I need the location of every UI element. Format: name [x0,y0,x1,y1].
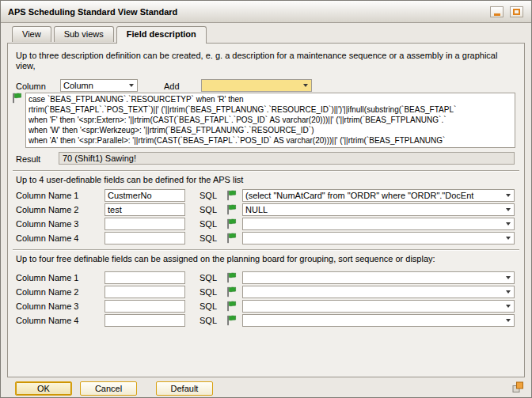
chevron-down-icon [506,208,511,211]
pb-column-name-2-input[interactable] [104,286,185,298]
minimize-button[interactable] [490,6,504,17]
chevron-down-icon [129,84,134,87]
aps-column-name-4-label: Column Name 4 [16,233,78,243]
sql-flag-icon[interactable] [226,272,237,283]
pb-sql-select-1[interactable] [242,271,515,284]
sql-flag-icon[interactable] [226,286,237,298]
sql-label: SQL [200,219,217,229]
aps-field-row-2: Column Name 2 SQL NULL [8,203,524,217]
sql-code-line: when 'A' then '<spr:Parallel>: '||rtrim(… [28,135,512,146]
pb-field-row-3: Column Name 3 SQL [8,300,524,313]
tab-view[interactable]: View [12,26,51,42]
aps-column-name-1-input[interactable] [104,189,185,202]
pb-column-name-2-label: Column Name 2 [16,287,78,297]
maximize-button[interactable] [510,6,523,17]
sql-label: SQL [200,301,217,311]
dock-window-icon[interactable] [512,381,524,393]
pb-sql-select-3[interactable] [242,300,515,313]
column-select[interactable]: Column [60,79,138,92]
planning-board-heading: Up to four free definable fields can be … [16,254,435,263]
sql-flag-icon[interactable] [12,93,22,104]
aps-scheduling-dialog: APS Scheduling Standard View Standard Vi… [0,0,532,398]
aps-sql-select-2[interactable]: NULL [242,203,515,216]
chevron-down-icon [506,319,511,322]
footer-button-bar: OK Cancel Default [15,381,213,396]
sql-code-line: when 'W' then '<spr:Werkzeug>: '||rtrim(… [28,125,512,135]
aps-sql-select-1-value: (select "NumAtCard" from "ORDR" where "O… [243,191,506,200]
chevron-down-icon [303,84,308,87]
pb-column-name-4-label: Column Name 4 [16,316,78,325]
cancel-button[interactable]: Cancel [80,381,137,396]
aps-sql-select-4[interactable] [242,232,515,244]
add-select[interactable] [201,79,312,92]
add-label: Add [164,81,180,91]
pb-field-row-4: Column Name 4 SQL [8,314,524,328]
aps-sql-select-3[interactable] [242,218,515,230]
maximize-icon [513,9,520,15]
result-value-field: 70 (Shift1) Sawing! [59,152,515,165]
sql-label: SQL [200,316,217,325]
pb-column-name-1-label: Column Name 1 [16,273,78,282]
sql-code-line: case `BEAS_FTPLANUNG`.`RESOURCETYP` when… [28,94,512,104]
aps-column-name-2-input[interactable] [104,203,185,216]
sql-label: SQL [200,287,217,297]
window-title: APS Scheduling Standard View Standard [8,7,177,17]
window-controls [490,6,523,17]
sql-code-line: when 'F' then '<spr:Extern>: '||rtrim(CA… [28,115,512,125]
sql-flag-icon[interactable] [226,315,237,326]
section-divider [13,170,519,172]
sql-label: SQL [200,273,217,282]
chevron-down-icon [506,290,511,294]
pb-sql-select-2[interactable] [242,286,515,298]
sql-flag-icon[interactable] [226,190,237,201]
pb-sql-select-4[interactable] [242,314,515,327]
tab-strip: View Sub views Field description [12,26,209,44]
aps-column-name-1-label: Column Name 1 [16,191,78,200]
pb-field-row-2: Column Name 2 SQL [8,286,524,299]
aps-list-heading: Up to 4 user-definable fields can be def… [16,175,243,184]
chevron-down-icon [506,276,511,279]
result-label: Result [16,154,40,164]
description-sql-editor[interactable]: case `BEAS_FTPLANUNG`.`RESOURCETYP` when… [25,93,515,148]
aps-field-row-4: Column Name 4 SQL [8,232,524,245]
sql-label: SQL [200,191,217,200]
tab-field-description[interactable]: Field description [116,26,207,44]
aps-sql-select-2-value: NULL [243,205,506,214]
sql-flag-icon[interactable] [226,301,237,312]
title-bar[interactable]: APS Scheduling Standard View Standard [1,1,531,23]
pb-column-name-1-input[interactable] [104,271,185,284]
column-label: Column [16,81,46,91]
pb-column-name-4-input[interactable] [104,314,185,327]
sql-flag-icon[interactable] [226,218,237,229]
aps-field-row-1: Column Name 1 SQL (select "NumAtCard" fr… [8,189,524,203]
description-intro-text: Up to three description definition can b… [16,51,513,71]
section-divider [13,249,519,251]
aps-field-row-3: Column Name 3 SQL [8,218,524,231]
sql-code-line: rtrim(`BEAS_FTAPL`.`POS_TEXT`)||' ('||rt… [28,104,512,115]
pb-field-row-1: Column Name 1 SQL [8,271,524,285]
field-description-panel: Up to three description definition can b… [7,43,525,377]
aps-column-name-3-input[interactable] [104,218,185,230]
sql-flag-icon[interactable] [226,233,237,244]
aps-column-name-3-label: Column Name 3 [16,219,78,229]
chevron-down-icon [506,237,511,240]
chevron-down-icon [506,222,511,226]
aps-column-name-2-label: Column Name 2 [16,205,78,214]
ok-button[interactable]: OK [15,381,72,396]
pb-column-name-3-label: Column Name 3 [16,301,78,311]
default-button[interactable]: Default [156,381,213,396]
aps-sql-select-1[interactable]: (select "NumAtCard" from "ORDR" where "O… [242,189,515,202]
chevron-down-icon [506,194,511,197]
aps-column-name-4-input[interactable] [104,232,185,244]
sql-label: SQL [200,233,217,243]
pb-column-name-3-input[interactable] [104,300,185,313]
column-select-value: Column [61,81,129,90]
tab-sub-views[interactable]: Sub views [54,26,114,42]
sql-label: SQL [200,205,217,214]
minimize-icon [494,13,500,16]
chevron-down-icon [506,305,511,308]
sql-flag-icon[interactable] [226,204,237,215]
